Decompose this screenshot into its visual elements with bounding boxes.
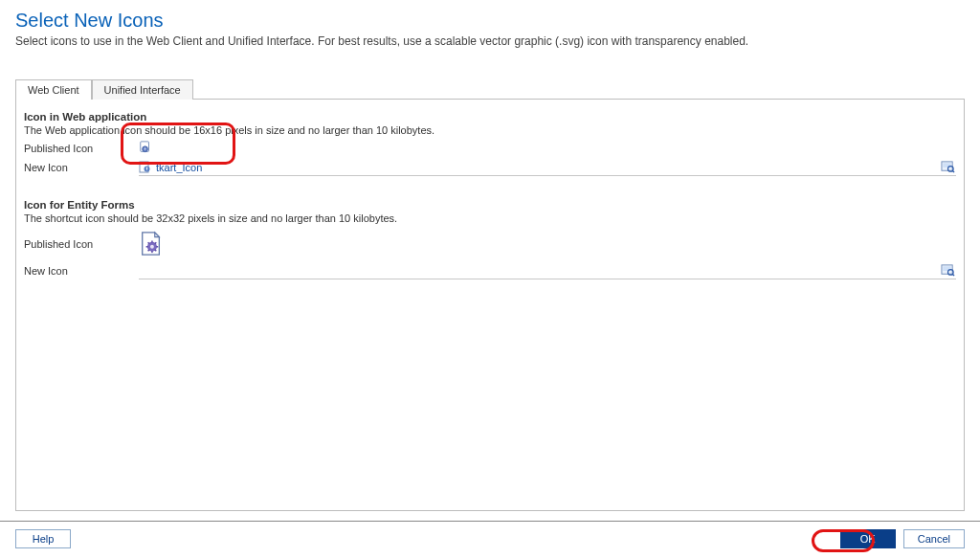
- section-web-desc: The Web application icon should be 16x16…: [24, 124, 956, 136]
- published-icon-label-forms: Published Icon: [24, 238, 139, 250]
- published-icon-label-web: Published Icon: [24, 143, 139, 154]
- svg-line-21: [952, 274, 954, 276]
- published-icon-forms: [139, 231, 164, 257]
- svg-line-7: [952, 170, 954, 172]
- resource-icon: [139, 161, 151, 173]
- svg-point-17: [150, 245, 154, 249]
- svg-rect-12: [156, 246, 158, 247]
- svg-rect-9: [151, 240, 152, 242]
- svg-rect-10: [151, 251, 152, 253]
- tab-bar: Web Client Unified Interface: [15, 78, 965, 100]
- svg-rect-11: [146, 246, 148, 247]
- new-icon-input-web[interactable]: tkart_Icon: [139, 159, 956, 176]
- help-button[interactable]: Help: [15, 529, 71, 548]
- section-web-title: Icon in Web application: [24, 111, 956, 123]
- lookup-icon[interactable]: [940, 262, 956, 279]
- tab-panel: Icon in Web application The Web applicat…: [15, 100, 965, 511]
- page-subtitle: Select icons to use in the Web Client an…: [15, 34, 965, 48]
- new-icon-label-forms: New Icon: [24, 265, 139, 277]
- tab-unified-interface[interactable]: Unified Interface: [92, 79, 193, 100]
- page-title: Select New Icons: [15, 10, 965, 32]
- section-forms-desc: The shortcut icon should be 32x32 pixels…: [24, 212, 956, 224]
- published-icon-web: [139, 141, 152, 154]
- new-icon-label-web: New Icon: [24, 162, 139, 173]
- new-icon-value-web: tkart_Icon: [154, 162, 202, 173]
- lookup-icon[interactable]: [940, 159, 956, 175]
- section-forms-title: Icon for Entity Forms: [24, 199, 956, 211]
- dialog-footer: Help OK Cancel: [0, 521, 980, 558]
- tab-web-client[interactable]: Web Client: [15, 79, 92, 100]
- ok-button[interactable]: OK: [840, 529, 896, 548]
- cancel-button[interactable]: Cancel: [903, 529, 965, 548]
- new-icon-input-forms[interactable]: [139, 262, 956, 279]
